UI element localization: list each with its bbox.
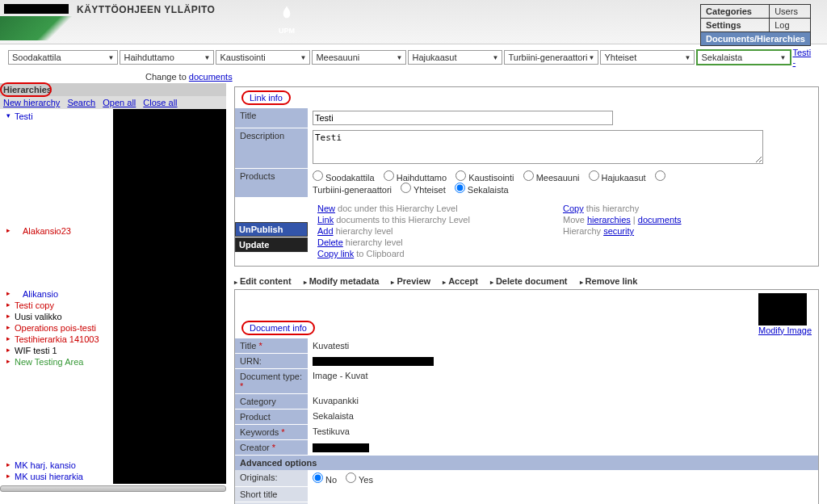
document-info-title: Document info bbox=[241, 321, 315, 335]
tree-root[interactable]: Testi bbox=[3, 111, 110, 122]
testi-link[interactable]: Testi - bbox=[793, 48, 820, 67]
title-label: Title bbox=[235, 108, 308, 128]
copy-link-link[interactable]: Copy link bbox=[317, 249, 354, 258]
unpublish-button[interactable]: UnPublish bbox=[235, 222, 308, 237]
nav-users[interactable]: Users bbox=[770, 5, 811, 19]
radio-yhteiset[interactable] bbox=[401, 183, 411, 193]
dropdown-hajukaasut[interactable]: Hajukaasut▼ bbox=[408, 50, 502, 65]
chevron-down-icon: ▼ bbox=[685, 54, 691, 61]
doc-title-value: Kuvatesti bbox=[308, 338, 818, 354]
tree-item-wif[interactable]: WIF testi 1 bbox=[3, 345, 110, 356]
tree-item-alakansio23[interactable]: Alakansio23 bbox=[3, 225, 110, 237]
dropdown-soodakattila[interactable]: Soodakattila▼ bbox=[8, 50, 118, 65]
nav-documents-hierarchies[interactable]: Documents/Hierarchies bbox=[701, 32, 811, 46]
new-hierarchy-link[interactable]: New hierarchy bbox=[3, 98, 60, 107]
tree-item-uusi-valikko[interactable]: Uusi valikko bbox=[3, 311, 110, 322]
new-doc-link[interactable]: New bbox=[317, 204, 335, 213]
hierarchy-security-link[interactable]: security bbox=[603, 226, 634, 236]
change-to-documents: Change to documents bbox=[0, 70, 827, 83]
nav-log[interactable]: Log bbox=[770, 19, 811, 32]
originals-label: Originals: bbox=[235, 470, 308, 487]
upm-logo: UPM bbox=[275, 4, 299, 28]
move-documents-link[interactable]: documents bbox=[638, 215, 682, 225]
header-title: KÄYTTÖOHJEEN YLLÄPITO bbox=[77, 4, 215, 15]
header-swoosh bbox=[0, 16, 97, 40]
nav-settings[interactable]: Settings bbox=[701, 19, 770, 32]
tb-edit-content[interactable]: Edit content bbox=[234, 276, 292, 286]
app-header: KÄYTTÖOHJEEN YLLÄPITO UPM CategoriesUser… bbox=[0, 0, 827, 44]
originals-no[interactable] bbox=[313, 472, 323, 483]
tree-item-alikansio[interactable]: Alikansio bbox=[3, 288, 110, 300]
add-level-link[interactable]: Add bbox=[317, 226, 334, 236]
title-input[interactable] bbox=[313, 111, 613, 125]
link-info-panel: Link info Title Description Products Soo… bbox=[234, 86, 819, 267]
update-button[interactable]: Update bbox=[235, 237, 308, 252]
nav-categories[interactable]: Categories bbox=[701, 5, 770, 19]
doc-keywords-value: Testikuva bbox=[308, 424, 818, 439]
doc-category-value: Kuvapankki bbox=[308, 393, 818, 409]
chevron-down-icon: ▼ bbox=[397, 54, 403, 61]
header-logo-block bbox=[4, 4, 69, 14]
dropdown-yhteiset[interactable]: Yhteiset▼ bbox=[600, 50, 695, 65]
tb-accept[interactable]: Accept bbox=[443, 276, 478, 286]
products-label: Products bbox=[235, 168, 308, 197]
dropdown-row: Soodakattila▼ Haihduttamo▼ Kaustisointi▼… bbox=[0, 44, 827, 70]
tree-black-panel bbox=[113, 109, 226, 484]
radio-turbiini-2[interactable] bbox=[655, 170, 665, 181]
doc-product-value: Sekalaista bbox=[308, 409, 818, 424]
modify-image-link[interactable]: Modify Image bbox=[758, 326, 812, 335]
tree-item-testihierarkia[interactable]: Testihierarkia 141003 bbox=[3, 334, 110, 345]
delete-level-link[interactable]: Delete bbox=[317, 237, 343, 247]
sidebar-links: New hierarchy Search Open all Close all bbox=[0, 96, 226, 109]
sidebar-header: Hierarchies bbox=[0, 83, 226, 96]
change-to-documents-link[interactable]: documents bbox=[189, 72, 233, 82]
products-radios: Soodakattila Haihduttamo Kaustisointi Me… bbox=[308, 168, 818, 197]
doc-type-value: Image - Kuvat bbox=[308, 368, 818, 393]
doc-toolbar: Edit content Modify metadata Preview Acc… bbox=[234, 273, 819, 289]
tree-item-mk-uusi[interactable]: MK uusi hierarkia bbox=[3, 471, 110, 482]
nav-table: CategoriesUsers SettingsLog Documents/Hi… bbox=[700, 4, 811, 46]
sidebar: Hierarchies New hierarchy Search Open al… bbox=[0, 83, 226, 504]
tb-delete-document[interactable]: Delete document bbox=[490, 276, 568, 286]
dropdown-kaustisointi[interactable]: Kaustisointi▼ bbox=[216, 50, 310, 65]
dropdown-haihduttamo[interactable]: Haihduttamo▼ bbox=[120, 50, 214, 65]
tb-remove-link[interactable]: Remove link bbox=[580, 276, 638, 286]
doc-creator-label: Creator * bbox=[235, 439, 308, 455]
doc-urn-label: URN: bbox=[235, 353, 308, 368]
radio-kaustisointi[interactable] bbox=[455, 170, 466, 181]
radio-soodakattila[interactable] bbox=[313, 170, 323, 181]
move-hierarchies-link[interactable]: hierarchies bbox=[587, 215, 631, 225]
open-all-link[interactable]: Open all bbox=[103, 98, 136, 107]
doc-urn-value bbox=[313, 357, 434, 366]
tb-preview[interactable]: Preview bbox=[391, 276, 430, 286]
document-image bbox=[758, 293, 807, 326]
radio-sekalaista[interactable] bbox=[455, 183, 465, 193]
radio-hajukaasut[interactable] bbox=[589, 170, 599, 181]
dropdown-sekalaista[interactable]: Sekalaista▼ bbox=[696, 49, 791, 65]
chevron-down-icon: ▼ bbox=[780, 54, 787, 61]
radio-haihduttamo[interactable] bbox=[384, 170, 394, 181]
tree-item-operations[interactable]: Operations pois-testi bbox=[3, 322, 110, 334]
originals-yes[interactable] bbox=[346, 472, 356, 483]
tree-item-new-testing[interactable]: New Testing Area bbox=[3, 356, 110, 368]
radio-meesauuni[interactable] bbox=[523, 170, 534, 181]
close-all-link[interactable]: Close all bbox=[143, 98, 177, 107]
dropdown-meesauuni[interactable]: Meesauuni▼ bbox=[312, 50, 406, 65]
copy-hierarchy-link[interactable]: Copy bbox=[563, 204, 584, 213]
chevron-down-icon: ▼ bbox=[204, 54, 211, 61]
description-label: Description bbox=[235, 128, 308, 168]
tree-item-mk-harj[interactable]: MK harj. kansio bbox=[3, 460, 110, 471]
search-link[interactable]: Search bbox=[67, 98, 95, 107]
tree-item-testi-copy[interactable]: Testi copy bbox=[3, 300, 110, 311]
link-info-title: Link info bbox=[241, 90, 291, 105]
chevron-down-icon: ▼ bbox=[108, 54, 115, 61]
description-textarea[interactable] bbox=[313, 130, 763, 164]
link-docs-link[interactable]: Link bbox=[317, 215, 334, 225]
doc-keywords-label: Keywords * bbox=[235, 424, 308, 439]
tb-modify-metadata[interactable]: Modify metadata bbox=[304, 276, 380, 286]
sidebar-scrollbar[interactable] bbox=[0, 485, 226, 492]
doc-title-label: Title * bbox=[235, 338, 308, 354]
shorttitle-label: Short title bbox=[235, 487, 308, 502]
dropdown-turbiini[interactable]: Turbiini-generaattori▼ bbox=[504, 50, 598, 65]
content: Link info Title Description Products Soo… bbox=[226, 83, 827, 504]
